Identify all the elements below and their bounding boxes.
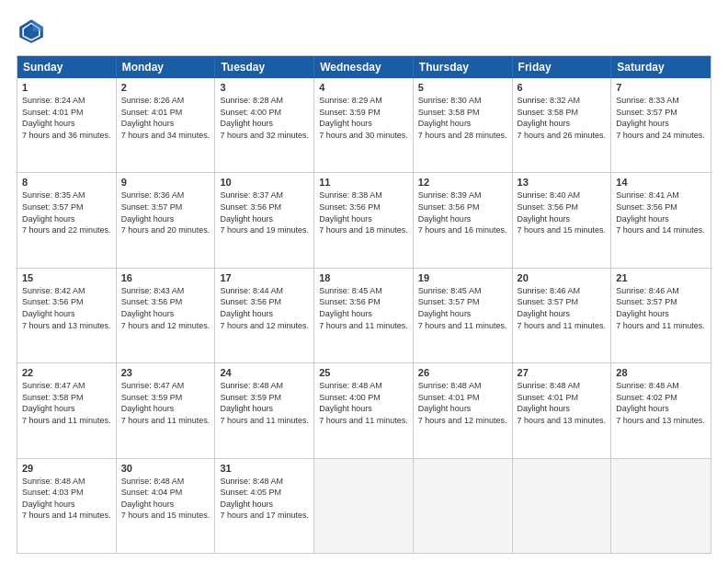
day-cell-29: 29Sunrise: 8:48 AMSunset: 4:03 PMDayligh… (17, 459, 117, 553)
day-info: Sunrise: 8:32 AMSunset: 3:58 PMDaylight … (518, 95, 607, 141)
day-info: Sunrise: 8:36 AMSunset: 3:57 PMDaylight … (121, 190, 210, 236)
day-info: Sunrise: 8:46 AMSunset: 3:57 PMDaylight … (616, 285, 706, 331)
day-cell-22: 22Sunrise: 8:47 AMSunset: 3:58 PMDayligh… (17, 363, 117, 457)
day-number: 19 (418, 272, 507, 283)
day-cell-13: 13Sunrise: 8:40 AMSunset: 3:56 PMDayligh… (513, 173, 612, 267)
day-number: 21 (616, 272, 706, 283)
day-info: Sunrise: 8:35 AMSunset: 3:57 PMDaylight … (22, 190, 111, 236)
day-number: 26 (418, 367, 507, 378)
day-cell-16: 16Sunrise: 8:43 AMSunset: 3:56 PMDayligh… (117, 269, 216, 362)
week-row-3: 15Sunrise: 8:42 AMSunset: 3:56 PMDayligh… (17, 268, 711, 362)
day-info: Sunrise: 8:28 AMSunset: 4:00 PMDaylight … (220, 95, 309, 141)
day-cell-31: 31Sunrise: 8:48 AMSunset: 4:05 PMDayligh… (215, 459, 314, 553)
day-info: Sunrise: 8:29 AMSunset: 3:59 PMDaylight … (319, 95, 408, 141)
day-info: Sunrise: 8:45 AMSunset: 3:57 PMDaylight … (418, 285, 507, 331)
day-info: Sunrise: 8:48 AMSunset: 4:01 PMDaylight … (518, 380, 607, 426)
day-cell-17: 17Sunrise: 8:44 AMSunset: 3:56 PMDayligh… (215, 269, 314, 362)
day-number: 8 (22, 177, 111, 188)
day-cell-12: 12Sunrise: 8:39 AMSunset: 3:56 PMDayligh… (414, 173, 513, 267)
day-cell-23: 23Sunrise: 8:47 AMSunset: 3:59 PMDayligh… (117, 363, 216, 457)
day-info: Sunrise: 8:48 AMSunset: 4:01 PMDaylight … (418, 380, 507, 426)
day-number: 15 (22, 272, 111, 283)
day-cell-9: 9Sunrise: 8:36 AMSunset: 3:57 PMDaylight… (117, 173, 216, 267)
day-number: 3 (220, 82, 309, 93)
day-number: 7 (616, 82, 706, 93)
day-info: Sunrise: 8:48 AMSunset: 4:03 PMDaylight … (22, 476, 111, 522)
day-info: Sunrise: 8:38 AMSunset: 3:56 PMDaylight … (319, 190, 408, 236)
day-number: 17 (220, 272, 309, 283)
day-cell-11: 11Sunrise: 8:38 AMSunset: 3:56 PMDayligh… (314, 173, 414, 267)
col-header-friday: Friday (513, 56, 612, 78)
day-cell-21: 21Sunrise: 8:46 AMSunset: 3:57 PMDayligh… (611, 269, 711, 362)
day-cell-8: 8Sunrise: 8:35 AMSunset: 3:57 PMDaylight… (17, 173, 117, 267)
day-number: 14 (616, 177, 706, 188)
day-cell-15: 15Sunrise: 8:42 AMSunset: 3:56 PMDayligh… (17, 269, 117, 362)
day-number: 2 (121, 82, 210, 93)
day-info: Sunrise: 8:46 AMSunset: 3:57 PMDaylight … (518, 285, 607, 331)
day-info: Sunrise: 8:37 AMSunset: 3:56 PMDaylight … (220, 190, 309, 236)
day-info: Sunrise: 8:26 AMSunset: 4:01 PMDaylight … (121, 95, 210, 141)
week-row-2: 8Sunrise: 8:35 AMSunset: 3:57 PMDaylight… (17, 172, 711, 267)
empty-cell (611, 459, 711, 553)
day-cell-2: 2Sunrise: 8:26 AMSunset: 4:01 PMDaylight… (117, 78, 216, 172)
week-row-4: 22Sunrise: 8:47 AMSunset: 3:58 PMDayligh… (17, 362, 711, 457)
col-header-wednesday: Wednesday (314, 56, 414, 78)
day-number: 5 (418, 82, 507, 93)
day-cell-6: 6Sunrise: 8:32 AMSunset: 3:58 PMDaylight… (513, 78, 612, 172)
col-header-saturday: Saturday (611, 56, 711, 78)
logo (17, 17, 50, 46)
day-info: Sunrise: 8:48 AMSunset: 4:02 PMDaylight … (616, 380, 706, 426)
day-cell-28: 28Sunrise: 8:48 AMSunset: 4:02 PMDayligh… (611, 363, 711, 457)
day-number: 18 (319, 272, 408, 283)
day-info: Sunrise: 8:48 AMSunset: 4:00 PMDaylight … (319, 380, 408, 426)
col-header-tuesday: Tuesday (215, 56, 314, 78)
day-info: Sunrise: 8:42 AMSunset: 3:56 PMDaylight … (22, 285, 111, 331)
col-header-thursday: Thursday (414, 56, 513, 78)
day-number: 16 (121, 272, 210, 283)
empty-cell (414, 459, 513, 553)
day-number: 13 (518, 177, 607, 188)
day-number: 24 (220, 367, 309, 378)
day-info: Sunrise: 8:47 AMSunset: 3:58 PMDaylight … (22, 380, 111, 426)
day-info: Sunrise: 8:24 AMSunset: 4:01 PMDaylight … (22, 95, 111, 141)
day-number: 12 (418, 177, 507, 188)
day-number: 9 (121, 177, 210, 188)
day-number: 1 (22, 82, 111, 93)
day-info: Sunrise: 8:48 AMSunset: 4:05 PMDaylight … (220, 476, 309, 522)
day-info: Sunrise: 8:43 AMSunset: 3:56 PMDaylight … (121, 285, 210, 331)
day-cell-7: 7Sunrise: 8:33 AMSunset: 3:57 PMDaylight… (611, 78, 711, 172)
day-cell-27: 27Sunrise: 8:48 AMSunset: 4:01 PMDayligh… (513, 363, 612, 457)
header (17, 17, 711, 46)
day-number: 23 (121, 367, 210, 378)
day-number: 28 (616, 367, 706, 378)
day-number: 10 (220, 177, 309, 188)
day-cell-18: 18Sunrise: 8:45 AMSunset: 3:56 PMDayligh… (314, 269, 414, 362)
logo-icon (17, 17, 46, 46)
day-info: Sunrise: 8:40 AMSunset: 3:56 PMDaylight … (518, 190, 607, 236)
day-cell-30: 30Sunrise: 8:48 AMSunset: 4:04 PMDayligh… (117, 459, 216, 553)
day-info: Sunrise: 8:30 AMSunset: 3:58 PMDaylight … (418, 95, 507, 141)
day-number: 6 (518, 82, 607, 93)
day-cell-10: 10Sunrise: 8:37 AMSunset: 3:56 PMDayligh… (215, 173, 314, 267)
day-cell-24: 24Sunrise: 8:48 AMSunset: 3:59 PMDayligh… (215, 363, 314, 457)
week-row-1: 1Sunrise: 8:24 AMSunset: 4:01 PMDaylight… (17, 78, 711, 172)
week-row-5: 29Sunrise: 8:48 AMSunset: 4:03 PMDayligh… (17, 458, 711, 553)
day-info: Sunrise: 8:45 AMSunset: 3:56 PMDaylight … (319, 285, 408, 331)
day-info: Sunrise: 8:48 AMSunset: 3:59 PMDaylight … (220, 380, 309, 426)
day-number: 31 (220, 463, 309, 474)
day-cell-14: 14Sunrise: 8:41 AMSunset: 3:56 PMDayligh… (611, 173, 711, 267)
day-info: Sunrise: 8:47 AMSunset: 3:59 PMDaylight … (121, 380, 210, 426)
day-info: Sunrise: 8:48 AMSunset: 4:04 PMDaylight … (121, 476, 210, 522)
day-info: Sunrise: 8:33 AMSunset: 3:57 PMDaylight … (616, 95, 706, 141)
day-number: 30 (121, 463, 210, 474)
day-number: 20 (518, 272, 607, 283)
day-info: Sunrise: 8:39 AMSunset: 3:56 PMDaylight … (418, 190, 507, 236)
day-number: 29 (22, 463, 111, 474)
day-cell-26: 26Sunrise: 8:48 AMSunset: 4:01 PMDayligh… (414, 363, 513, 457)
day-info: Sunrise: 8:41 AMSunset: 3:56 PMDaylight … (616, 190, 706, 236)
day-cell-4: 4Sunrise: 8:29 AMSunset: 3:59 PMDaylight… (314, 78, 414, 172)
day-cell-20: 20Sunrise: 8:46 AMSunset: 3:57 PMDayligh… (513, 269, 612, 362)
calendar-header: SundayMondayTuesdayWednesdayThursdayFrid… (17, 56, 711, 78)
day-cell-19: 19Sunrise: 8:45 AMSunset: 3:57 PMDayligh… (414, 269, 513, 362)
day-cell-25: 25Sunrise: 8:48 AMSunset: 4:00 PMDayligh… (314, 363, 414, 457)
